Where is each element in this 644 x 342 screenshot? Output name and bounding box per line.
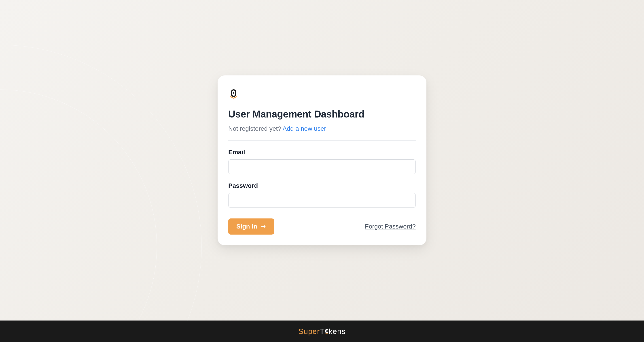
brand-kens: kens — [329, 327, 346, 335]
email-label: Email — [228, 149, 416, 156]
brand-super: Super — [298, 327, 320, 335]
forgot-password-link[interactable]: Forgot Password? — [365, 223, 416, 230]
svg-rect-8 — [326, 330, 327, 331]
supertokens-logo-icon — [228, 88, 239, 100]
register-prompt-text: Not registered yet? — [228, 125, 283, 132]
signin-button-label: Sign In — [236, 223, 257, 230]
page-title: User Management Dashboard — [228, 109, 416, 120]
email-field[interactable] — [228, 159, 416, 174]
logo-container — [228, 88, 416, 100]
footer-logo: SuperTkens — [298, 327, 346, 336]
register-prompt: Not registered yet? Add a new user — [228, 125, 416, 132]
arrow-right-icon — [261, 224, 266, 229]
divider — [228, 140, 416, 141]
actions-row: Sign In Forgot Password? — [228, 218, 416, 235]
main-container: User Management Dashboard Not registered… — [0, 0, 644, 320]
password-label: Password — [228, 182, 416, 189]
svg-rect-3 — [234, 92, 234, 94]
lock-o-icon — [324, 328, 329, 334]
signin-button[interactable]: Sign In — [228, 218, 274, 235]
brand-t: T — [320, 327, 325, 335]
footer: SuperTkens — [0, 320, 644, 342]
password-form-group: Password — [228, 182, 416, 208]
add-user-link[interactable]: Add a new user — [283, 125, 326, 132]
email-form-group: Email — [228, 149, 416, 174]
password-field[interactable] — [228, 193, 416, 208]
auth-card: User Management Dashboard Not registered… — [218, 75, 426, 245]
footer-brand-text: SuperTkens — [298, 327, 346, 336]
